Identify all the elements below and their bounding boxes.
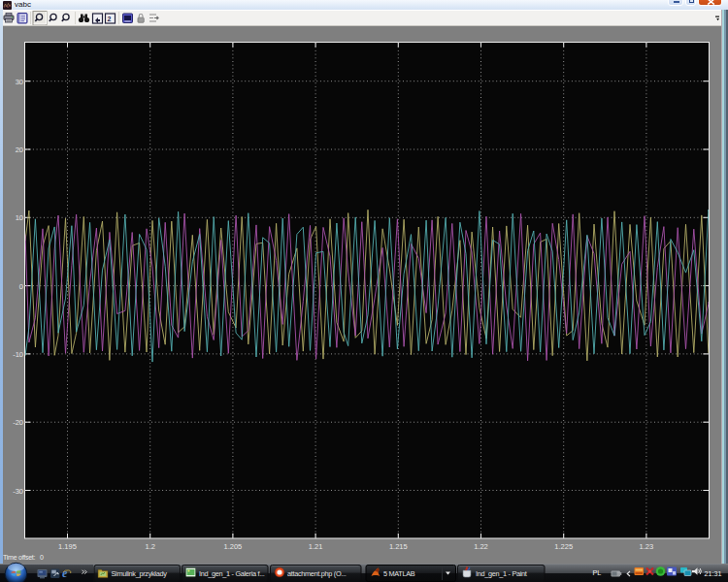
svg-text:1.2: 1.2: [145, 542, 154, 551]
svg-text:PL: PL: [593, 568, 602, 577]
svg-text:5 MATLAB: 5 MATLAB: [383, 569, 415, 578]
svg-text:Simulink_przykłady: Simulink_przykłady: [112, 569, 168, 578]
svg-text:1.215: 1.215: [389, 542, 408, 551]
svg-text:1.205: 1.205: [224, 542, 243, 551]
svg-text:20: 20: [16, 146, 23, 154]
svg-text:-20: -20: [13, 418, 23, 427]
svg-text:1.21: 1.21: [309, 542, 323, 551]
svg-text:0: 0: [40, 554, 44, 561]
svg-text:-10: -10: [13, 350, 23, 359]
svg-text:attachment.php (O...: attachment.php (O...: [287, 569, 347, 578]
svg-text:Time offset:: Time offset:: [3, 554, 35, 561]
svg-text:30: 30: [16, 78, 23, 86]
svg-text:Ind_gen_1 - Paint: Ind_gen_1 - Paint: [476, 569, 527, 578]
svg-text:0: 0: [19, 282, 23, 291]
svg-text:1.225: 1.225: [554, 542, 573, 551]
svg-text:21:31: 21:31: [705, 569, 722, 578]
svg-text:Ind_gen_1 - Galeria f...: Ind_gen_1 - Galeria f...: [199, 569, 265, 578]
svg-text:-30: -30: [13, 487, 23, 496]
svg-text:1.195: 1.195: [58, 542, 77, 551]
svg-text:e: e: [62, 566, 68, 580]
svg-text:1.23: 1.23: [640, 542, 654, 551]
svg-text:1.22: 1.22: [474, 542, 488, 551]
svg-text:10: 10: [16, 213, 23, 222]
